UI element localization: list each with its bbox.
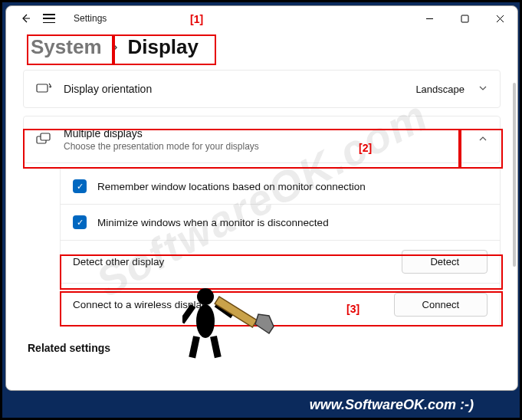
check-icon: ✓ — [77, 218, 84, 228]
multiple-displays-icon — [36, 132, 51, 147]
app-title: Settings — [74, 13, 107, 24]
detect-button[interactable]: Detect — [402, 250, 488, 274]
detect-label: Detect other display — [73, 256, 164, 267]
minimize-checkbox[interactable]: ✓ — [73, 215, 87, 229]
display-orientation-row[interactable]: Display orientation Landscape — [23, 70, 501, 108]
orientation-value[interactable]: Landscape — [415, 84, 469, 95]
minimize-label: Minimize windows when a monitor is disco… — [97, 217, 488, 228]
svg-rect-4 — [37, 84, 48, 92]
settings-window: Settings System Display — [5, 5, 518, 391]
remember-label: Remember window locations based on monit… — [97, 181, 488, 192]
chevron-down-icon — [478, 82, 488, 96]
footer-text: www.SoftwareOK.com :-) — [310, 397, 474, 413]
svg-rect-1 — [461, 15, 468, 22]
orientation-icon — [36, 81, 51, 97]
remember-locations-row[interactable]: ✓ Remember window locations based on mon… — [60, 168, 501, 205]
connect-button[interactable]: Connect — [394, 293, 488, 317]
orientation-label: Display orientation — [64, 83, 415, 95]
multiple-displays-title: Multiple displays — [64, 127, 478, 139]
connect-label: Connect to a wireless display — [73, 299, 207, 310]
back-button[interactable] — [20, 13, 31, 24]
multiple-displays-expanded: ✓ Remember window locations based on mon… — [23, 168, 501, 326]
svg-rect-6 — [41, 133, 50, 140]
detect-display-row: Detect other display Detect — [60, 241, 501, 284]
multiple-displays-row[interactable]: Multiple displays Choose the presentatio… — [23, 116, 501, 163]
related-settings-heading: Related settings — [6, 331, 517, 365]
remember-checkbox[interactable]: ✓ — [73, 179, 87, 193]
minimize-disconnect-row[interactable]: ✓ Minimize windows when a monitor is dis… — [60, 205, 501, 241]
chevron-up-icon — [478, 133, 488, 146]
breadcrumb-current: Display — [125, 35, 202, 59]
minimize-button[interactable] — [412, 6, 447, 31]
connect-wireless-row: Connect to a wireless display Connect — [60, 284, 501, 326]
chevron-right-icon — [111, 41, 119, 54]
check-icon: ✓ — [77, 182, 84, 192]
titlebar: Settings — [6, 6, 517, 31]
close-button[interactable] — [482, 6, 517, 31]
multiple-displays-subtitle: Choose the presentation mode for your di… — [64, 141, 478, 152]
breadcrumb-parent[interactable]: System — [28, 35, 105, 59]
menu-icon[interactable] — [43, 14, 55, 23]
maximize-button[interactable] — [447, 6, 482, 31]
scrollbar-thumb[interactable] — [513, 83, 516, 267]
breadcrumb: System Display — [6, 31, 517, 70]
